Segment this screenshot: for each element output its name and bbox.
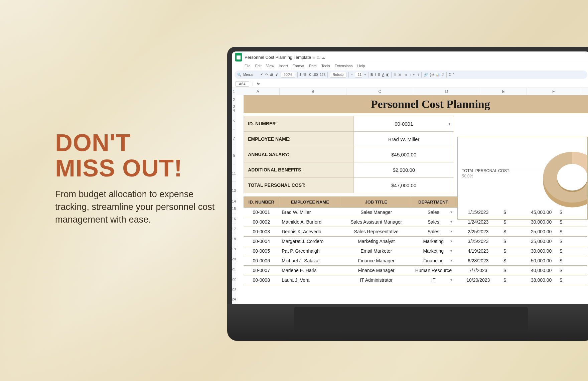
text-color-icon[interactable]: A (382, 73, 385, 77)
row-header[interactable]: 14 (232, 199, 236, 203)
table-row[interactable]: 00-0006Michael J. SalazarFinance Manager… (244, 256, 588, 266)
menu-data[interactable]: Data (309, 64, 317, 68)
summary-value[interactable]: $2,000.00 (354, 162, 454, 178)
table-cell[interactable]: IT▼ (411, 275, 455, 285)
row-header[interactable]: 19 (232, 244, 236, 254)
menus-label[interactable]: Menus (243, 73, 253, 77)
fill-color-icon[interactable]: ◧ (386, 73, 389, 77)
table-cell[interactable]: $ (557, 256, 587, 266)
filter-icon[interactable]: ▽ (442, 73, 444, 77)
table-cell[interactable]: Michael J. Salazar (279, 256, 341, 266)
borders-icon[interactable]: ⊞ (394, 73, 396, 77)
table-cell[interactable]: IT Administrator (341, 275, 411, 285)
table-cell[interactable]: Finance Manager (341, 256, 411, 266)
table-cell[interactable]: Marketing Analyst (341, 237, 411, 246)
table-cell[interactable]: 4/19/2023 (455, 246, 501, 256)
row-header[interactable]: 24 (232, 294, 236, 304)
table-cell[interactable]: 1/24/2023 (455, 217, 501, 227)
table-cell[interactable]: 00-0001 (244, 208, 279, 217)
chevron-down-icon[interactable]: ▼ (450, 278, 453, 282)
table-cell[interactable]: Sales▼ (411, 217, 455, 227)
chevron-down-icon[interactable]: ▼ (450, 220, 453, 224)
wrap-icon[interactable]: ↵ (413, 73, 416, 77)
doc-title[interactable]: Personnel Cost Planning Template (245, 55, 311, 60)
table-cell[interactable]: $45,000.00 (501, 208, 557, 217)
row-header[interactable]: 13 (232, 182, 236, 199)
table-row[interactable]: 00-0001Brad W. MillerSales ManagerSales▼… (244, 208, 588, 217)
table-cell[interactable]: Dennis K. Acevedo (279, 227, 341, 237)
table-cell[interactable]: Sales Assistant Manager (341, 217, 411, 227)
table-cell[interactable]: 2/25/2023 (455, 227, 501, 237)
table-cell[interactable]: Human Resource▼ (411, 266, 455, 275)
sigma-icon[interactable]: Σ (449, 73, 451, 77)
row-header[interactable]: 4 (233, 108, 235, 112)
table-row[interactable]: 00-0002Mathilde A. BurfordSales Assistan… (244, 217, 588, 227)
table-header[interactable]: DEPARTMENT (411, 197, 455, 208)
menu-format[interactable]: Format (293, 64, 304, 68)
table-cell[interactable]: Finance Manager (341, 266, 411, 275)
row-header[interactable]: 22 (232, 274, 236, 284)
row-header[interactable]: 5 (233, 112, 235, 130)
menu-insert[interactable]: Insert (279, 64, 288, 68)
table-cell[interactable]: $ (557, 275, 587, 285)
table-row[interactable]: 00-0005Pat P. GreenhalghEmail MarketerMa… (244, 246, 588, 256)
row-header[interactable]: 11 (232, 164, 236, 182)
menu-extensions[interactable]: Extensions (335, 64, 353, 68)
chevron-down-icon[interactable]: ▼ (448, 122, 451, 126)
table-cell[interactable]: $30,000.00 (501, 246, 557, 256)
cloud-icon[interactable]: ☁ (321, 55, 325, 59)
strike-icon[interactable]: S (378, 73, 380, 77)
chevron-down-icon[interactable]: ▼ (450, 249, 453, 253)
row-header[interactable]: 16 (232, 214, 236, 224)
paint-icon[interactable]: 🖌 (275, 73, 279, 77)
table-row[interactable]: 00-0004Margaret J. CorderoMarketing Anal… (244, 237, 588, 246)
table-cell[interactable]: $ (557, 217, 587, 227)
table-cell[interactable]: 00-0004 (244, 237, 279, 246)
table-cell[interactable]: Sales▼ (411, 208, 455, 217)
format-123-icon[interactable]: 123 (320, 73, 325, 77)
table-header[interactable]: ID. NUMBER (244, 197, 279, 208)
zoom-select[interactable]: 200% (281, 72, 295, 78)
table-cell[interactable]: Mathilde A. Burford (279, 217, 341, 227)
link-icon[interactable]: 🔗 (424, 73, 428, 77)
table-cell[interactable]: Financing▼ (411, 256, 455, 266)
caret-up-icon[interactable]: ^ (453, 73, 454, 77)
row-header[interactable]: 7 (233, 130, 235, 147)
decimal-inc-icon[interactable]: .00 (313, 73, 318, 77)
merge-icon[interactable]: ⇲ (398, 73, 401, 77)
table-row[interactable]: 00-0003Dennis K. AcevedoSales Representa… (244, 227, 588, 237)
valign-icon[interactable]: ↕ (409, 73, 411, 77)
table-header[interactable]: JOB TITLE (341, 197, 411, 208)
table-cell[interactable]: $38,000.00 (501, 275, 557, 285)
table-cell[interactable]: Sales Manager (341, 208, 411, 217)
table-header[interactable]: EMPLOYEE NAME (279, 197, 341, 208)
row-header[interactable]: 20 (232, 254, 236, 264)
row-header[interactable]: 2 (233, 95, 235, 104)
currency-icon[interactable]: $ (300, 73, 302, 77)
table-cell[interactable]: $30,000.00 (501, 217, 557, 227)
italic-icon[interactable]: I (375, 73, 376, 77)
menu-help[interactable]: Help (357, 64, 365, 68)
search-icon[interactable]: 🔍 (237, 73, 241, 77)
table-cell[interactable]: Margaret J. Cordero (279, 237, 341, 246)
chevron-down-icon[interactable]: ▼ (450, 240, 453, 243)
halign-icon[interactable]: ≡ (405, 73, 407, 77)
table-cell[interactable]: Brad W. Miller (279, 208, 341, 217)
table-row[interactable]: 00-0007Marlene E. HarisFinance ManagerHu… (244, 266, 588, 275)
table-cell[interactable]: 00-0003 (244, 227, 279, 237)
table-cell[interactable]: Laura J. Vera (279, 275, 341, 285)
summary-value[interactable]: Brad W. Miller (354, 132, 454, 147)
donut-chart[interactable]: TOTAL PERSONAL COST: 50.0% (457, 137, 588, 220)
row-header[interactable]: 9 (233, 147, 235, 164)
chevron-down-icon[interactable]: ▼ (450, 269, 453, 272)
table-cell[interactable]: Marketing▼ (411, 237, 455, 246)
print-icon[interactable]: 🖶 (270, 73, 273, 77)
menu-view[interactable]: View (266, 64, 274, 68)
table-cell[interactable]: Marketing▼ (411, 246, 455, 256)
table-cell[interactable]: $ (557, 237, 587, 246)
percent-icon[interactable]: % (303, 73, 306, 77)
name-box[interactable]: A64 (235, 81, 249, 87)
rotate-icon[interactable]: ⤵ (418, 73, 419, 77)
table-cell[interactable]: 10/20/2023 (455, 275, 501, 285)
row-header[interactable]: 18 (232, 234, 236, 244)
